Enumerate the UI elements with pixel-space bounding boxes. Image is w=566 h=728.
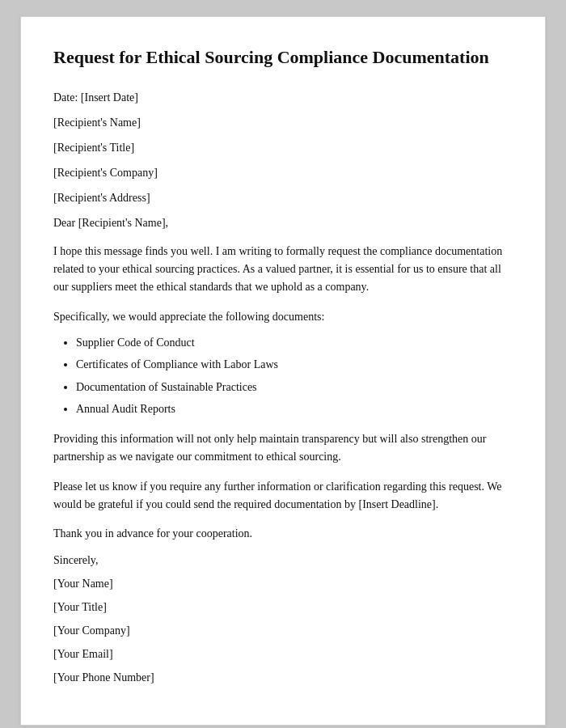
recipient-address-field: [Recipient's Address]	[53, 189, 513, 206]
your-email: [Your Email]	[53, 645, 513, 662]
documents-list: Supplier Code of Conduct Certificates of…	[76, 332, 513, 419]
thank-you: Thank you in advance for your cooperatio…	[53, 525, 513, 542]
signature-block: Sincerely, [Your Name] [Your Title] [You…	[53, 552, 513, 686]
recipient-title-field: [Recipient's Title]	[53, 139, 513, 156]
document-title: Request for Ethical Sourcing Compliance …	[53, 46, 513, 70]
your-phone: [Your Phone Number]	[53, 669, 513, 686]
list-item: Annual Audit Reports	[76, 399, 513, 419]
list-item: Documentation of Sustainable Practices	[76, 377, 513, 397]
your-title: [Your Title]	[53, 599, 513, 616]
paragraph-1: I hope this message finds you well. I am…	[53, 243, 513, 297]
list-item: Certificates of Compliance with Labor La…	[76, 354, 513, 375]
list-intro: Specifically, we would appreciate the fo…	[53, 308, 513, 326]
closing: Sincerely,	[53, 552, 513, 569]
date-field: Date: [Insert Date]	[53, 89, 513, 106]
your-company: [Your Company]	[53, 622, 513, 639]
recipient-name-field: [Recipient's Name]	[53, 114, 513, 131]
paragraph-2: Providing this information will not only…	[53, 430, 513, 467]
document-container: Request for Ethical Sourcing Compliance …	[20, 16, 546, 726]
your-name: [Your Name]	[53, 575, 513, 592]
paragraph-3: Please let us know if you require any fu…	[53, 478, 513, 514]
salutation: Dear [Recipient's Name],	[53, 214, 513, 231]
list-item: Supplier Code of Conduct	[76, 332, 513, 353]
recipient-company-field: [Recipient's Company]	[53, 164, 513, 181]
